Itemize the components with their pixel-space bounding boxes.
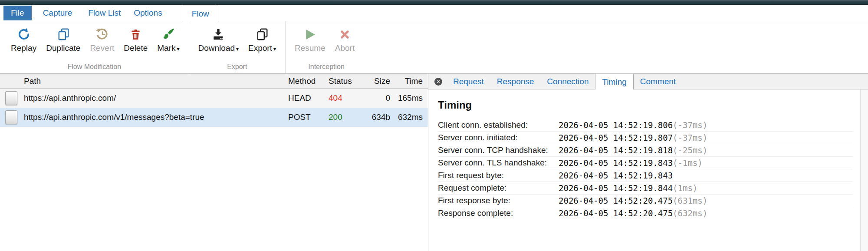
timing-label: First request byte: [438, 171, 559, 180]
copy-icon [256, 26, 269, 43]
timing-value: 2026-04-05 14:52:19.807(-37ms) [559, 133, 707, 142]
flow-marker-checkbox[interactable] [5, 91, 17, 105]
timing-timestamp: 2026-04-05 14:52:19.818 [559, 145, 673, 155]
column-header-method[interactable]: Method [283, 76, 329, 86]
duplicate-label: Duplicate [46, 43, 80, 53]
timing-value: 2026-04-05 14:52:20.475(632ms) [559, 208, 707, 218]
timing-row: First request byte: 2026-04-05 14:52:19.… [438, 169, 853, 182]
revert-button[interactable]: Revert [90, 26, 114, 53]
tab-request[interactable]: Request [447, 74, 490, 89]
timing-table: Client conn. established: 2026-04-05 14:… [438, 119, 853, 219]
timing-row: Request complete: 2026-04-05 14:52:19.84… [438, 182, 853, 195]
flow-path-cell: https://api.anthropic.com/ [17, 93, 283, 103]
column-header-path[interactable]: Path [17, 76, 283, 86]
menu-item-flow-list[interactable]: Flow List [88, 8, 121, 18]
tab-timing[interactable]: Timing [595, 74, 633, 89]
timing-delta: (631ms) [673, 196, 707, 205]
group-label-interception: Interception [286, 63, 367, 71]
timing-value: 2026-04-05 14:52:19.843(-1ms) [559, 158, 703, 168]
export-label: Export▾ [248, 43, 276, 53]
column-header-size[interactable]: Size [367, 76, 390, 86]
download-label-text: Download [198, 43, 235, 53]
main-split: Path Method Status Size Time https://api… [0, 74, 868, 251]
timing-label: First response byte: [438, 196, 559, 205]
resume-label: Resume [295, 43, 326, 53]
timing-label: Response complete: [438, 208, 559, 218]
download-button[interactable]: Download▾ [198, 26, 239, 53]
group-label-flow-modification: Flow Modification [0, 63, 189, 71]
toolbar-group-export: Download▾ Export▾ Export [189, 21, 285, 73]
flow-marker-checkbox[interactable] [5, 110, 17, 124]
timing-timestamp: 2026-04-05 14:52:19.806 [559, 120, 673, 130]
tab-response[interactable]: Response [490, 74, 541, 89]
mark-label: Mark▾ [157, 43, 179, 53]
flow-table-header: Path Method Status Size Time [0, 74, 428, 89]
timing-delta: (632ms) [673, 208, 707, 218]
paintbrush-icon [162, 26, 175, 43]
flow-time-cell: 632ms [390, 112, 428, 122]
abort-label: Abort [335, 43, 355, 53]
flow-row[interactable]: https://api.anthropic.com/v1/messages?be… [0, 108, 428, 127]
timing-timestamp: 2026-04-05 14:52:19.807 [559, 133, 673, 142]
timing-timestamp: 2026-04-05 14:52:19.843 [559, 171, 673, 180]
export-button[interactable]: Export▾ [248, 26, 276, 53]
flow-size-cell: 0 [367, 93, 390, 103]
replay-button[interactable]: Replay [11, 26, 36, 53]
timing-row: Client conn. established: 2026-04-05 14:… [438, 119, 853, 132]
tab-connection[interactable]: Connection [540, 74, 595, 89]
delete-label: Delete [124, 43, 148, 53]
toolbar-group-interception: Resume Abort Interception [285, 21, 367, 73]
abort-button[interactable]: Abort [335, 26, 355, 53]
download-label: Download▾ [198, 43, 239, 53]
timing-delta: (1ms) [673, 183, 697, 193]
revert-label: Revert [90, 43, 114, 53]
toolbar-group-flow-modification: Replay Duplicate Revert Delete Mark▾ [0, 21, 189, 73]
menu-item-options[interactable]: Options [134, 8, 162, 18]
tab-flow[interactable]: Flow [183, 6, 218, 21]
duplicate-button[interactable]: Duplicate [46, 26, 80, 53]
timing-row: Server conn. TCP handshake: 2026-04-05 1… [438, 144, 853, 157]
flow-status-cell: 404 [329, 93, 367, 103]
flow-table: Path Method Status Size Time https://api… [0, 74, 428, 251]
timing-row: Server conn. TLS handshake: 2026-04-05 1… [438, 157, 853, 169]
timing-value: 2026-04-05 14:52:19.806(-37ms) [559, 120, 707, 130]
resume-button[interactable]: Resume [295, 26, 326, 53]
detail-tabbar: ✕ Request Response Connection Timing Com… [428, 74, 868, 89]
column-header-time[interactable]: Time [390, 76, 428, 86]
timing-timestamp: 2026-04-05 14:52:20.475 [559, 208, 673, 218]
menu-item-capture[interactable]: Capture [43, 8, 72, 18]
close-flow-button[interactable]: ✕ [434, 78, 442, 86]
column-header-status[interactable]: Status [329, 76, 367, 86]
duplicate-icon [57, 26, 70, 43]
group-label-export: Export [189, 63, 285, 71]
timing-value: 2026-04-05 14:52:19.843 [559, 171, 673, 180]
play-icon [304, 26, 316, 43]
timing-delta: (-37ms) [673, 120, 707, 130]
flow-row[interactable]: https://api.anthropic.com/ HEAD 404 0 16… [0, 89, 428, 108]
timing-label: Server conn. TLS handshake: [438, 158, 559, 168]
timing-row: Server conn. initiated: 2026-04-05 14:52… [438, 132, 853, 144]
menu-button-file[interactable]: File [3, 6, 32, 20]
timing-row: First response byte: 2026-04-05 14:52:20… [438, 195, 853, 207]
timing-panel: Timing Client conn. established: 2026-04… [428, 89, 868, 219]
flow-time-cell: 165ms [390, 93, 428, 103]
close-icon: ✕ [436, 79, 440, 84]
replay-icon [17, 26, 30, 43]
chevron-down-icon: ▾ [177, 46, 180, 52]
timing-label: Server conn. TCP handshake: [438, 145, 559, 155]
mark-button[interactable]: Mark▾ [157, 26, 179, 53]
timing-delta: (-37ms) [673, 133, 707, 142]
replay-label: Replay [11, 43, 36, 53]
trash-icon [130, 26, 141, 43]
scrollbar-track[interactable] [860, 89, 868, 251]
timing-value: 2026-04-05 14:52:19.844(1ms) [559, 183, 697, 193]
delete-button[interactable]: Delete [124, 26, 148, 53]
x-icon [339, 26, 350, 43]
timing-title: Timing [438, 99, 868, 111]
tab-comment[interactable]: Comment [634, 74, 682, 89]
timing-timestamp: 2026-04-05 14:52:19.843 [559, 158, 673, 168]
chevron-down-icon: ▾ [273, 46, 276, 52]
top-window-bar [0, 0, 868, 5]
revert-history-icon [95, 26, 108, 43]
timing-label: Client conn. established: [438, 120, 559, 130]
